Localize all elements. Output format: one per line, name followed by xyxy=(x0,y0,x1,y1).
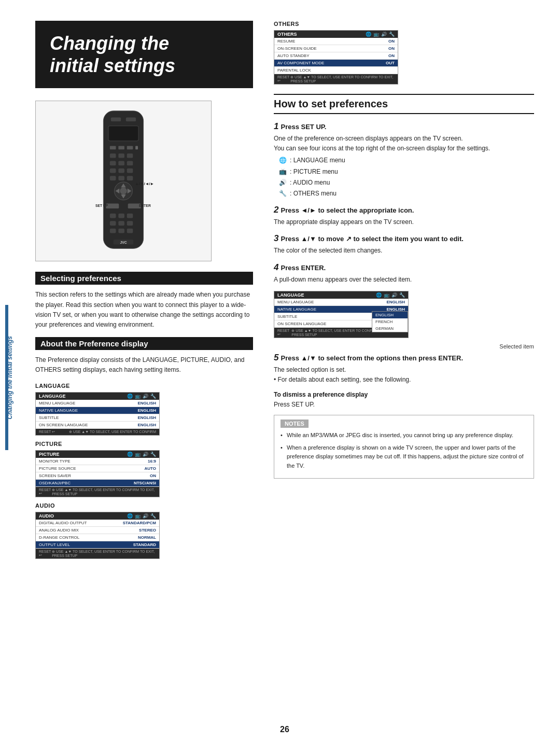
page-title: Changing the initial settings xyxy=(50,32,239,77)
notes-text: While an MP3/WMA or JPEG disc is inserte… xyxy=(281,431,527,470)
step-4-body: A pull-down menu appears over the select… xyxy=(274,275,534,285)
svg-rect-1 xyxy=(111,118,121,122)
svg-rect-10 xyxy=(127,153,133,158)
svg-rect-36 xyxy=(127,229,133,233)
svg-rect-5 xyxy=(118,146,124,150)
svg-rect-2 xyxy=(126,118,136,122)
selecting-preferences-text: This section refers to the settings whic… xyxy=(35,290,253,330)
picture-label: PICTURE xyxy=(35,441,253,447)
svg-rect-18 xyxy=(118,176,124,181)
language-row-2: NATIVE LANGUAGE ENGLISH xyxy=(36,407,159,414)
language-row-4: ON SCREEN LANGUAGE ENGLISH xyxy=(36,422,159,429)
remote-control-image: JVC ▲/▼/◄/► SET UP ENTER xyxy=(35,101,212,261)
picture-row-4: OSD/KANJI/PBC NTSC/ANSI xyxy=(36,480,159,487)
preference-display-header: About the Preference display xyxy=(35,337,253,350)
svg-rect-29 xyxy=(118,214,124,218)
svg-rect-4 xyxy=(110,146,116,150)
audio-row-4: OUTPUT LEVEL STANDARD xyxy=(36,541,159,549)
svg-text:▲/▼/◄/►: ▲/▼/◄/► xyxy=(135,181,154,186)
svg-rect-28 xyxy=(110,214,116,218)
svg-rect-8 xyxy=(110,153,116,158)
svg-point-25 xyxy=(120,188,127,195)
selected-item-caption: Selected item xyxy=(274,343,534,349)
svg-text:SET UP: SET UP xyxy=(95,204,108,208)
audio-row-3: D-RANGE CONTROL NORMAL xyxy=(36,534,159,541)
audio-row-1: DIGITAL AUDIO OUTPUT STANDARD/PCM xyxy=(36,520,159,527)
step-5-body: The selected option is set. • For detail… xyxy=(274,365,534,385)
svg-rect-3 xyxy=(108,126,138,141)
page-number: 26 xyxy=(280,725,289,734)
page-number-container: 26 xyxy=(35,725,534,734)
title-block: Changing the initial settings xyxy=(35,21,253,88)
others-label: OTHERS xyxy=(274,21,534,27)
others-menu-screenshot: OTHERS 🌐 📺 🔊 🔧 RESUME ON ON-SCREEN xyxy=(274,30,398,85)
page: Changing the initial settings Changing t… xyxy=(0,0,560,755)
dismiss-title: To dismiss a preference display xyxy=(274,391,534,398)
svg-rect-32 xyxy=(118,221,124,226)
step-4: 4 Press ENTER. A pull-down menu appears … xyxy=(274,262,534,285)
how-to-header: How to set preferences xyxy=(274,94,534,114)
svg-rect-33 xyxy=(127,221,133,226)
others-row-5: PARENTAL LOCK xyxy=(274,67,398,74)
others-row-2: ON-SCREEN GUIDE ON xyxy=(274,45,398,52)
svg-rect-30 xyxy=(127,214,133,218)
svg-text:JVC: JVC xyxy=(120,241,127,244)
preference-display-text: The Preference display consists of the L… xyxy=(35,355,253,375)
step-2: 2 Press ◄/► to select the appropriate ic… xyxy=(274,205,534,227)
language-menu-screenshot: LANGUAGE 🌐 📺 🔊 🔧 MENU LANGUAGE ENGLISH xyxy=(35,392,160,436)
notes-title: NOTES xyxy=(281,420,309,428)
audio-label: AUDIO xyxy=(35,502,253,509)
svg-rect-9 xyxy=(118,153,124,158)
others-row-1: RESUME ON xyxy=(274,38,398,45)
step-5: 5 Press ▲/▼ to select from the options t… xyxy=(274,353,534,385)
step-1: 1 Press SET UP. One of the preference on… xyxy=(274,121,534,199)
svg-rect-14 xyxy=(110,169,116,173)
svg-text:ENTER: ENTER xyxy=(139,204,151,208)
two-col-layout: Changing the initial settings xyxy=(35,21,534,720)
remote-svg: JVC ▲/▼/◄/► SET UP ENTER xyxy=(66,108,180,254)
svg-rect-34 xyxy=(110,229,116,233)
dismiss-body: Press SET UP. xyxy=(274,400,534,410)
others-row-3: AUTO STANDBY ON xyxy=(274,52,398,60)
audio-menu-screenshot: AUDIO 🌐 📺 🔊 🔧 DIGITAL AUDIO OUTPUT STAND… xyxy=(35,512,160,559)
picture-row-2: PICTURE SOURCE AUTO xyxy=(36,465,159,472)
svg-rect-17 xyxy=(110,176,116,181)
how-to-title: How to set preferences xyxy=(274,98,534,110)
selecting-preferences-header: Selecting preferences xyxy=(35,272,253,285)
language-pulldown-container: LANGUAGE 🌐 📺 🔊 🔧 MENU LANGUAGE ENGLISH xyxy=(274,291,534,349)
sidebar-label: Changing the initial settings xyxy=(6,336,13,420)
step-3: 3 Press ▲/▼ to move ↗ to select the item… xyxy=(274,233,534,256)
others-row-4: AV COMPONENT MODE OUT xyxy=(274,60,398,67)
step-1-body: One of the preference on-screen displays… xyxy=(274,134,534,199)
language-row-3: SUBTITLE ENGLISH xyxy=(36,414,159,422)
svg-rect-13 xyxy=(127,161,133,166)
left-column: Changing the initial settings xyxy=(35,21,253,720)
step-3-body: The color of the selected item changes. xyxy=(274,246,534,256)
language-label: LANGUAGE xyxy=(35,383,253,389)
picture-row-1: MONITOR TYPE 16:9 xyxy=(36,458,159,465)
dismiss-section: To dismiss a preference display Press SE… xyxy=(274,391,534,410)
right-column: OTHERS OTHERS 🌐 📺 🔊 🔧 RESUME ON xyxy=(274,21,534,720)
svg-rect-12 xyxy=(118,161,124,166)
icon-list: 🌐: LANGUAGE menu 📺: PICTURE menu 🔊: AUDI… xyxy=(279,156,534,199)
language-pulldown-screenshot: LANGUAGE 🌐 📺 🔊 🔧 MENU LANGUAGE ENGLISH xyxy=(274,291,409,338)
svg-rect-35 xyxy=(118,229,124,233)
notes-box: NOTES While an MP3/WMA or JPEG disc is i… xyxy=(274,415,534,478)
step-2-body: The appropriate display appears on the T… xyxy=(274,217,534,227)
svg-rect-19 xyxy=(127,176,133,181)
picture-row-3: SCREEN SAVER ON xyxy=(36,472,159,480)
svg-rect-7 xyxy=(135,146,138,150)
svg-rect-6 xyxy=(127,146,133,150)
svg-rect-11 xyxy=(110,161,116,166)
svg-rect-15 xyxy=(118,169,124,173)
svg-rect-31 xyxy=(110,221,116,226)
svg-rect-16 xyxy=(127,169,133,173)
pulldown-options: ENGLISH FRENCH GERMAN xyxy=(372,311,408,332)
sidebar: Changing the initial settings xyxy=(0,0,20,755)
language-row-1: MENU LANGUAGE ENGLISH xyxy=(36,400,159,407)
main-content: Changing the initial settings xyxy=(20,0,560,755)
audio-row-2: ANALOG AUDIO MIX STEREO xyxy=(36,527,159,534)
picture-menu-screenshot: PICTURE 🌐 📺 🔊 🔧 MONITOR TYPE 16:9 xyxy=(35,450,160,497)
